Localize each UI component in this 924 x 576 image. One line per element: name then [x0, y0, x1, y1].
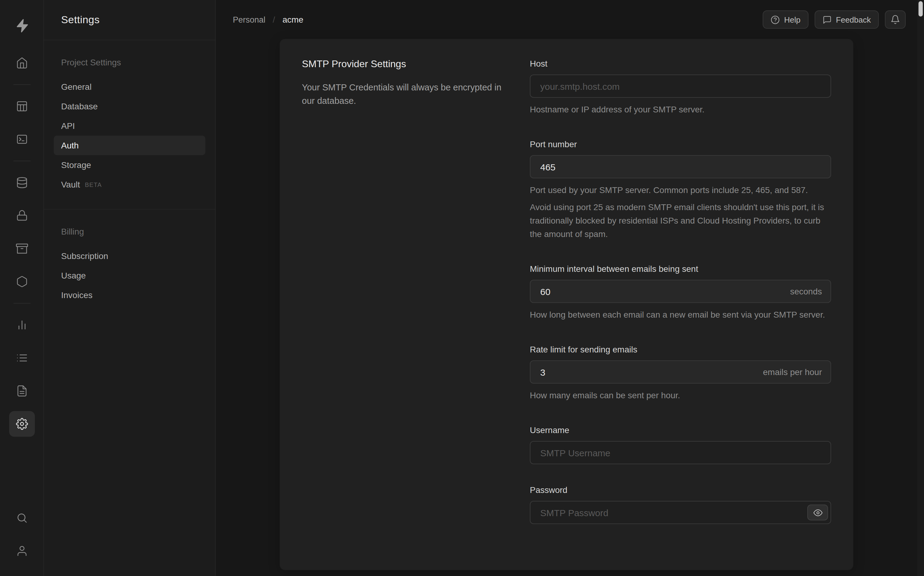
breadcrumb-org[interactable]: Personal: [233, 15, 266, 24]
field-minimum-interval: Minimum interval between emails being se…: [530, 262, 831, 321]
scrollbar-track[interactable]: [917, 0, 924, 576]
sidebar-item-label: Invoices: [61, 290, 93, 300]
password-input[interactable]: [530, 501, 831, 524]
sidebar-item-label: Database: [61, 101, 98, 111]
help-button-label: Help: [784, 15, 801, 24]
eye-icon: [813, 508, 822, 517]
port-input-wrap: [530, 155, 831, 178]
username-input[interactable]: [530, 441, 831, 464]
supabase-logo[interactable]: [8, 12, 35, 39]
rail-search-button[interactable]: [9, 505, 35, 531]
section-heading: Billing: [54, 226, 205, 238]
sidebar-item-label: Auth: [61, 141, 79, 150]
port-input[interactable]: [530, 155, 831, 178]
beta-badge: BETA: [85, 181, 102, 188]
rail-home-button[interactable]: [9, 50, 35, 76]
host-input-wrap: [530, 75, 831, 98]
rail-edge-functions-button[interactable]: [9, 269, 35, 294]
message-icon: [823, 15, 832, 24]
app-window: Settings Project Settings General Databa…: [0, 0, 924, 576]
panel-description: Your SMTP Credentials will always be enc…: [302, 81, 504, 107]
breadcrumb-project[interactable]: acme: [282, 14, 303, 24]
minimum-interval-input[interactable]: [530, 280, 831, 303]
sidebar-item-api[interactable]: API: [54, 116, 205, 136]
sidebar-item-label: Vault: [61, 179, 80, 189]
sidebar-item-label: Storage: [61, 160, 91, 170]
sidebar-item-vault[interactable]: Vault BETA: [54, 175, 205, 194]
reports-icon: [16, 319, 28, 331]
field-port: Port number Port used by your SMTP serve…: [530, 138, 831, 241]
rail-divider: [13, 84, 30, 85]
rail-account-button[interactable]: [9, 538, 35, 564]
rail-database-button[interactable]: [9, 170, 35, 195]
sidebar-section-project-settings: Project Settings General Database API Au…: [44, 40, 215, 209]
panel-title: SMTP Provider Settings: [302, 58, 504, 71]
rail-table-editor-button[interactable]: [9, 93, 35, 119]
host-input[interactable]: [530, 75, 831, 98]
lock-icon: [16, 210, 28, 222]
topbar: Personal / acme Help Feedback: [216, 0, 924, 39]
rail-reports-button[interactable]: [9, 312, 35, 338]
username-input-wrap: [530, 441, 831, 464]
field-rate-limit: Rate limit for sending emails emails per…: [530, 343, 831, 402]
topbar-actions: Help Feedback: [763, 10, 906, 29]
host-label: Host: [530, 58, 831, 70]
breadcrumb: Personal / acme: [233, 14, 303, 24]
host-help-text: Hostname or IP address of your SMTP serv…: [530, 102, 831, 116]
sidebar-item-label: API: [61, 121, 75, 131]
scrollbar-thumb[interactable]: [919, 1, 923, 16]
home-icon: [16, 57, 28, 69]
rate-limit-input[interactable]: [530, 360, 831, 384]
main-area: Personal / acme Help Feedback: [216, 0, 924, 576]
field-host: Host Hostname or IP address of your SMTP…: [530, 58, 831, 116]
rail-bottom-group: [9, 501, 35, 568]
logs-icon: [16, 352, 28, 364]
username-label: Username: [530, 424, 831, 436]
sidebar-item-auth[interactable]: Auth: [54, 136, 205, 155]
breadcrumb-separator: /: [266, 14, 283, 24]
minimum-interval-input-wrap: seconds: [530, 280, 831, 303]
rail-storage-button[interactable]: [9, 236, 35, 261]
reveal-password-button[interactable]: [807, 504, 828, 520]
sidebar-item-usage[interactable]: Usage: [54, 266, 205, 285]
field-password: Password: [530, 484, 831, 524]
port-label: Port number: [530, 138, 831, 150]
sidebar-item-general[interactable]: General: [54, 77, 205, 96]
feedback-button[interactable]: Feedback: [815, 10, 879, 29]
sidebar-item-invoices[interactable]: Invoices: [54, 285, 205, 305]
sidebar-item-label: General: [61, 82, 92, 92]
sidebar-item-subscription[interactable]: Subscription: [54, 246, 205, 266]
settings-gear-icon: [16, 418, 28, 430]
help-button[interactable]: Help: [763, 10, 809, 29]
rail-logs-button[interactable]: [9, 345, 35, 371]
notifications-button[interactable]: [885, 10, 906, 29]
rate-limit-label: Rate limit for sending emails: [530, 343, 831, 355]
rail-divider: [13, 303, 30, 304]
panel-info-column: SMTP Provider Settings Your SMTP Credent…: [302, 58, 504, 524]
sidebar-section-billing: Billing Subscription Usage Invoices: [44, 209, 215, 320]
rail-docs-button[interactable]: [9, 378, 35, 404]
icon-rail: [0, 0, 44, 576]
table-editor-icon: [16, 100, 28, 112]
sidebar-item-database[interactable]: Database: [54, 96, 205, 116]
rail-divider: [13, 161, 30, 161]
port-warning-text: Avoid using port 25 as modern SMTP email…: [530, 200, 831, 241]
docs-icon: [16, 385, 28, 397]
content-area: SMTP Provider Settings Your SMTP Credent…: [216, 39, 924, 576]
field-username: Username: [530, 424, 831, 464]
storage-icon: [16, 243, 28, 255]
rail-settings-button[interactable]: [9, 411, 35, 437]
sidebar-item-label: Usage: [61, 270, 86, 280]
password-label: Password: [530, 484, 831, 496]
rail-sql-editor-button[interactable]: [9, 126, 35, 152]
settings-sidebar: Settings Project Settings General Databa…: [44, 0, 216, 576]
rate-limit-help-text: How many emails can be sent per hour.: [530, 389, 831, 402]
sidebar-title: Settings: [61, 14, 99, 26]
edge-functions-icon: [16, 275, 28, 288]
sidebar-item-storage[interactable]: Storage: [54, 155, 205, 175]
section-heading: Project Settings: [54, 56, 205, 69]
search-icon: [16, 512, 28, 524]
smtp-settings-panel: SMTP Provider Settings Your SMTP Credent…: [280, 39, 853, 570]
rail-auth-button[interactable]: [9, 203, 35, 229]
sidebar-header: Settings: [44, 0, 215, 40]
